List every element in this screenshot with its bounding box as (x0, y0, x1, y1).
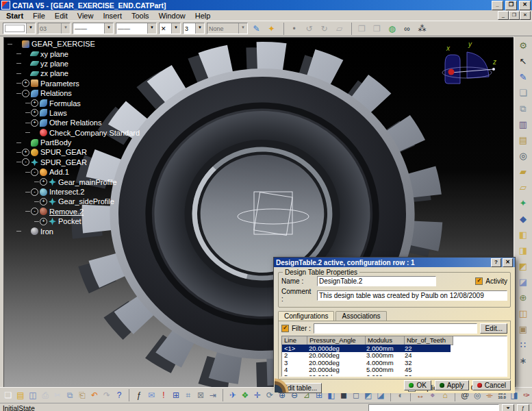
export-icon[interactable]: ⇥ (207, 389, 219, 401)
filter-input[interactable] (314, 323, 478, 334)
chevron-down-icon[interactable]: ▼ (171, 23, 180, 34)
formula-icon[interactable]: ƒ (129, 389, 145, 401)
tree-expander[interactable]: + (40, 178, 47, 186)
design-table-icon[interactable]: ⊞ (170, 389, 182, 401)
tree-item-label[interactable]: GEAR_EXERCISE (31, 40, 95, 48)
menu-item[interactable]: View (73, 12, 99, 20)
lock-parameter-icon[interactable]: ⊠ (194, 389, 207, 401)
tree-item-label[interactable]: Iron (40, 227, 53, 236)
paint-feature-icon[interactable]: ✦ (516, 196, 531, 210)
pocket-icon[interactable]: ◨ (516, 243, 531, 258)
slot-icon[interactable]: ▣ (516, 322, 531, 336)
fly-mode-icon[interactable]: ✈ (223, 389, 239, 401)
command-history-button[interactable]: ⏷ (502, 404, 514, 411)
menu-item[interactable]: Help (190, 12, 216, 20)
save-icon[interactable]: ◫ (27, 389, 39, 401)
pan-icon[interactable]: ✛ (251, 389, 264, 401)
molecule-icon[interactable]: ⁂ (416, 23, 429, 35)
apply-button[interactable]: Apply (435, 380, 469, 390)
tree-item[interactable]: + Gear_mainProfile (34, 177, 140, 186)
tree-expander[interactable]: + (22, 149, 29, 156)
comment-icon[interactable]: ✉ (145, 389, 157, 401)
tree-item[interactable]: PartBody (16, 138, 140, 147)
dialog-title-bar[interactable]: DesignTable.2 active, configuration row … (274, 258, 515, 267)
filter-checkbox[interactable]: ✓ (281, 325, 289, 332)
tree-expander[interactable]: - (22, 90, 29, 97)
print-icon[interactable]: ⎙ (39, 389, 51, 401)
sketcher-icon[interactable]: ✎ (516, 70, 531, 84)
tree-item-label[interactable]: Remove.2 (49, 208, 84, 216)
new-document-icon[interactable]: ❏ (2, 389, 14, 401)
knowledge-pen-icon[interactable]: ✑ (520, 389, 532, 401)
copy-icon[interactable]: ⧉ (64, 389, 76, 401)
whats-this-icon[interactable]: ? (113, 389, 125, 401)
tree-item[interactable]: + Gear_sideProfile (34, 197, 140, 206)
dialog-tab[interactable]: Configurations (278, 311, 334, 321)
tree-item-label[interactable]: Gear_mainProfile (58, 178, 117, 186)
camera-icon[interactable]: ◎ (516, 149, 531, 163)
tree-item-label[interactable]: xy plane (40, 50, 68, 58)
tree-item[interactable]: + Formulas (25, 98, 140, 108)
close-button[interactable]: ✕ (519, 1, 531, 10)
table-row[interactable]: <1> 20.000deg 2.000mm 22 (282, 345, 507, 352)
chevron-down-icon[interactable]: ▼ (104, 23, 113, 34)
table-row[interactable]: 4 20.000deg 5.000mm 45 (282, 366, 507, 374)
painter-wizard-icon[interactable]: ✦ (265, 23, 278, 35)
menu-item[interactable]: File (28, 12, 50, 20)
dialog-help-button[interactable]: ? (491, 258, 501, 267)
world-icon[interactable]: ◍ (385, 23, 398, 35)
tree-item-label[interactable]: Parameters (40, 79, 79, 88)
doc-minimize-button[interactable]: _ (498, 11, 509, 20)
menu-item[interactable]: Tools (127, 12, 154, 20)
tree-expander[interactable]: + (31, 119, 38, 127)
redo-curve-icon[interactable]: ↻ (318, 23, 331, 35)
tree-item-label[interactable]: Other Relations (49, 119, 101, 127)
tree-item[interactable]: - Remove.2 (25, 207, 140, 216)
ok-button[interactable]: OK (404, 380, 431, 390)
tree-item[interactable]: - Add.1 (25, 167, 140, 177)
column-header[interactable]: Pressure_Angle (307, 336, 366, 345)
tree-expander[interactable]: - (31, 208, 38, 215)
tree-item-label[interactable]: SPUR_GEAR (40, 158, 87, 166)
toolbar-combo[interactable]: ▼ (3, 23, 36, 34)
tree-item[interactable]: + Parameters (16, 79, 140, 88)
hole-icon[interactable]: ⊕ (516, 290, 531, 305)
folder-open-icon[interactable]: ▱ (516, 180, 531, 195)
tree-item[interactable]: yz plane (16, 59, 140, 68)
chevron-down-icon[interactable]: ▼ (147, 23, 156, 34)
column-header[interactable]: Modulus (366, 336, 405, 345)
tree-item[interactable]: - Intersect.2 (25, 187, 140, 197)
select-arrow-icon[interactable]: ↖ (516, 54, 531, 68)
undo-curve-icon[interactable]: ↺ (303, 23, 316, 35)
tree-item-label[interactable]: yz plane (40, 60, 68, 68)
toolbar-combo[interactable]: 03 ▼ (38, 23, 71, 34)
undo-icon[interactable]: ↶ (88, 389, 101, 401)
activity-checkbox[interactable]: ✓ (475, 277, 483, 285)
tree-item-label[interactable]: Formulas (49, 99, 81, 108)
tree-expander[interactable]: + (40, 218, 47, 225)
tree-expander[interactable]: + (40, 198, 47, 206)
open-icon[interactable]: ▤ (14, 389, 27, 401)
redo-icon[interactable]: ↷ (101, 389, 113, 401)
catalog-gray-icon[interactable]: ❐ (351, 23, 368, 35)
point-tool-icon[interactable]: • (283, 23, 301, 35)
update-icon[interactable]: ⚙ (516, 38, 531, 53)
column-header[interactable]: Line (282, 336, 307, 345)
comment-field[interactable] (317, 290, 507, 301)
folder-icon[interactable]: ▰ (516, 164, 531, 179)
scale-feature-icon[interactable]: ∗ (516, 353, 531, 368)
catalog-icon[interactable]: ▤ (516, 133, 531, 147)
power-input-field[interactable] (368, 404, 499, 411)
groove-icon[interactable]: ◪ (516, 275, 531, 289)
tree-expander[interactable]: + (22, 79, 29, 87)
tree-item-label[interactable]: Intersect.2 (49, 188, 84, 196)
tree-item[interactable]: zx plane (16, 68, 140, 78)
column-header[interactable]: Nbr_of_Teeth (405, 336, 453, 345)
tree-item[interactable]: GEAR_EXERCISE (8, 39, 140, 49)
tree-item[interactable]: xy plane (16, 49, 140, 58)
wizard-feature-icon[interactable]: ◆ (516, 212, 531, 226)
shaft-icon[interactable]: ◩ (516, 259, 531, 273)
menu-item[interactable]: Window (154, 12, 190, 20)
tree-expander[interactable]: - (31, 188, 38, 196)
toolbar-combo[interactable]: —— ▼ (116, 23, 157, 34)
